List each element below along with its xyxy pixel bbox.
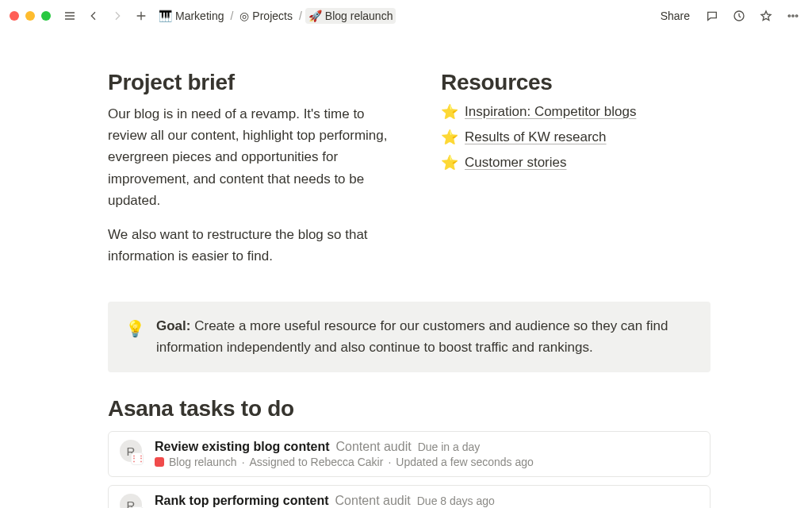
resource-link-1-label: Inspiration: Competitor blogs: [465, 104, 636, 120]
page-content: Project brief Our blog is in need of a r…: [108, 32, 710, 508]
project-brief-column: Project brief Our blog is in need of a r…: [108, 70, 393, 279]
window-zoom-button[interactable]: [41, 11, 51, 21]
breadcrumb-marketing-label: Marketing: [175, 10, 224, 22]
meta-sep: ·: [388, 456, 391, 468]
nav-forward-button[interactable]: [108, 6, 127, 25]
task-title: Review existing blog content: [155, 440, 329, 454]
task-due: Due 8 days ago: [417, 495, 495, 507]
window-close-button[interactable]: [10, 11, 19, 21]
resources-column: Resources ⭐ Inspiration: Competitor blog…: [441, 70, 710, 279]
task-updated: Updated a few seconds ago: [396, 456, 534, 468]
asana-badge-icon: ⋮⋮: [131, 452, 144, 465]
project-brief-heading: Project brief: [108, 70, 393, 95]
tasks-heading: Asana tasks to do: [108, 396, 710, 421]
resource-link-3-label: Customer stories: [465, 155, 566, 171]
goal-body: Create a more useful resource for our cu…: [156, 318, 668, 354]
breadcrumb-projects[interactable]: ◎ Projects: [236, 8, 296, 24]
rocket-icon: 🚀: [308, 10, 322, 22]
breadcrumb-current[interactable]: 🚀 Blog relaunch: [305, 8, 396, 24]
project-color-dot: [155, 457, 164, 467]
window-traffic-lights: [10, 11, 51, 21]
task-title: Rank top performing content: [155, 494, 329, 508]
svg-point-3: [795, 15, 797, 17]
target-icon: ◎: [239, 10, 249, 22]
breadcrumb-separator: /: [299, 10, 302, 22]
resource-link-1[interactable]: ⭐ Inspiration: Competitor blogs: [441, 103, 710, 121]
new-tab-button[interactable]: [132, 6, 151, 25]
breadcrumb-separator: /: [230, 10, 233, 22]
task-section: Content audit: [335, 440, 411, 454]
breadcrumb-current-label: Blog relaunch: [325, 10, 393, 22]
nav-back-button[interactable]: [84, 6, 103, 25]
menu-icon[interactable]: [60, 6, 79, 25]
task-project: Blog relaunch: [169, 456, 237, 468]
meta-sep: ·: [242, 456, 245, 468]
task-section: Content audit: [335, 494, 411, 508]
task-card[interactable]: R ⋮⋮ Rank top performing content Content…: [108, 485, 710, 508]
task-card[interactable]: R ⋮⋮ Review existing blog content Conten…: [108, 431, 710, 477]
star-icon: ⭐: [441, 129, 458, 146]
goal-callout[interactable]: 💡 Goal: Create a more useful resource fo…: [108, 302, 710, 372]
goal-callout-text: Goal: Create a more useful resource for …: [156, 316, 693, 358]
favorite-icon[interactable]: [756, 6, 776, 25]
breadcrumb-marketing[interactable]: 🎹 Marketing: [155, 8, 227, 24]
breadcrumb: 🎹 Marketing / ◎ Projects / 🚀 Blog relaun…: [155, 8, 396, 24]
resources-heading: Resources: [441, 70, 710, 95]
svg-point-1: [788, 15, 790, 17]
breadcrumb-marketing-icon: 🎹: [159, 10, 172, 22]
updates-icon[interactable]: [730, 6, 749, 25]
lightbulb-icon: 💡: [125, 317, 145, 358]
project-brief-para-2[interactable]: We also want to restructure the blog so …: [108, 224, 393, 267]
breadcrumb-projects-label: Projects: [252, 10, 293, 22]
task-assignee: Assigned to Rebecca Cakir: [250, 456, 384, 468]
topbar: 🎹 Marketing / ◎ Projects / 🚀 Blog relaun…: [0, 0, 812, 32]
svg-point-2: [792, 15, 794, 17]
topbar-right: Share: [656, 6, 802, 25]
comments-icon[interactable]: [703, 6, 722, 25]
goal-label: Goal:: [156, 318, 190, 333]
star-icon: ⭐: [441, 103, 458, 121]
window-minimize-button[interactable]: [25, 11, 35, 21]
more-icon[interactable]: [783, 6, 802, 25]
share-button[interactable]: Share: [656, 8, 695, 24]
resource-link-3[interactable]: ⭐ Customer stories: [441, 154, 710, 171]
resource-link-2-label: Results of KW research: [465, 129, 607, 145]
resource-link-2[interactable]: ⭐ Results of KW research: [441, 129, 710, 146]
project-brief-para-1[interactable]: Our blog is in need of a revamp. It's ti…: [108, 103, 393, 211]
task-due: Due in a day: [418, 441, 481, 453]
star-icon: ⭐: [441, 154, 458, 171]
